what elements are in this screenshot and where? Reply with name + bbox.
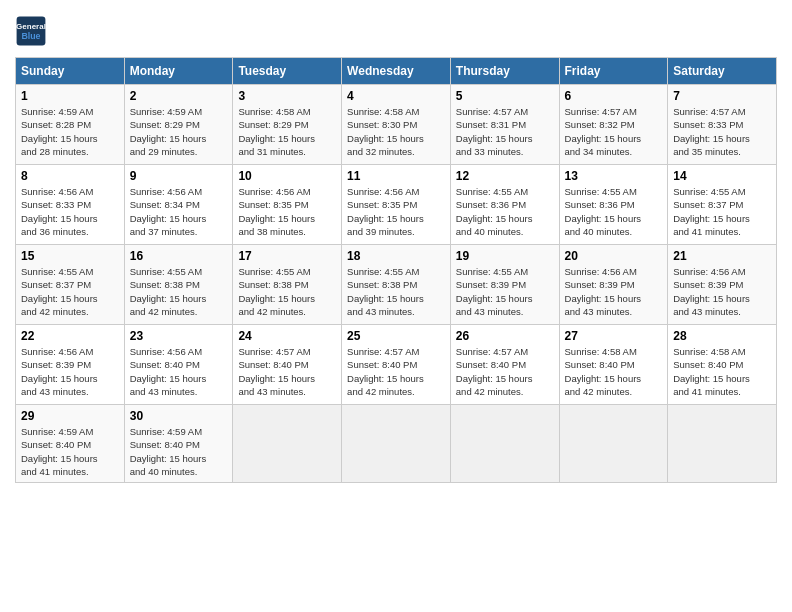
day-info: Sunrise: 4:59 AM Sunset: 8:40 PM Dayligh…: [21, 425, 119, 478]
day-info: Sunrise: 4:58 AM Sunset: 8:40 PM Dayligh…: [673, 345, 771, 398]
day-number: 11: [347, 169, 445, 183]
day-info: Sunrise: 4:55 AM Sunset: 8:36 PM Dayligh…: [565, 185, 663, 238]
day-number: 15: [21, 249, 119, 263]
day-cell: 23Sunrise: 4:56 AM Sunset: 8:40 PM Dayli…: [124, 325, 233, 405]
day-info: Sunrise: 4:56 AM Sunset: 8:39 PM Dayligh…: [565, 265, 663, 318]
day-info: Sunrise: 4:55 AM Sunset: 8:38 PM Dayligh…: [347, 265, 445, 318]
day-number: 25: [347, 329, 445, 343]
day-cell: [233, 405, 342, 483]
day-number: 3: [238, 89, 336, 103]
day-info: Sunrise: 4:58 AM Sunset: 8:30 PM Dayligh…: [347, 105, 445, 158]
week-row-2: 15Sunrise: 4:55 AM Sunset: 8:37 PM Dayli…: [16, 245, 777, 325]
logo-icon: General Blue: [15, 15, 47, 47]
day-cell: 14Sunrise: 4:55 AM Sunset: 8:37 PM Dayli…: [668, 165, 777, 245]
day-info: Sunrise: 4:58 AM Sunset: 8:40 PM Dayligh…: [565, 345, 663, 398]
day-number: 16: [130, 249, 228, 263]
day-number: 27: [565, 329, 663, 343]
svg-text:Blue: Blue: [21, 31, 40, 41]
day-cell: 25Sunrise: 4:57 AM Sunset: 8:40 PM Dayli…: [342, 325, 451, 405]
day-cell: 29Sunrise: 4:59 AM Sunset: 8:40 PM Dayli…: [16, 405, 125, 483]
day-info: Sunrise: 4:55 AM Sunset: 8:37 PM Dayligh…: [673, 185, 771, 238]
day-cell: 22Sunrise: 4:56 AM Sunset: 8:39 PM Dayli…: [16, 325, 125, 405]
day-number: 2: [130, 89, 228, 103]
day-number: 12: [456, 169, 554, 183]
day-cell: 5Sunrise: 4:57 AM Sunset: 8:31 PM Daylig…: [450, 85, 559, 165]
day-number: 9: [130, 169, 228, 183]
day-number: 23: [130, 329, 228, 343]
day-cell: 30Sunrise: 4:59 AM Sunset: 8:40 PM Dayli…: [124, 405, 233, 483]
day-number: 10: [238, 169, 336, 183]
day-number: 5: [456, 89, 554, 103]
day-number: 24: [238, 329, 336, 343]
day-number: 20: [565, 249, 663, 263]
day-info: Sunrise: 4:55 AM Sunset: 8:37 PM Dayligh…: [21, 265, 119, 318]
day-cell: 26Sunrise: 4:57 AM Sunset: 8:40 PM Dayli…: [450, 325, 559, 405]
day-number: 26: [456, 329, 554, 343]
week-row-0: 1Sunrise: 4:59 AM Sunset: 8:28 PM Daylig…: [16, 85, 777, 165]
day-info: Sunrise: 4:55 AM Sunset: 8:36 PM Dayligh…: [456, 185, 554, 238]
day-info: Sunrise: 4:55 AM Sunset: 8:38 PM Dayligh…: [130, 265, 228, 318]
day-cell: 4Sunrise: 4:58 AM Sunset: 8:30 PM Daylig…: [342, 85, 451, 165]
day-info: Sunrise: 4:59 AM Sunset: 8:28 PM Dayligh…: [21, 105, 119, 158]
day-info: Sunrise: 4:55 AM Sunset: 8:38 PM Dayligh…: [238, 265, 336, 318]
day-number: 14: [673, 169, 771, 183]
day-info: Sunrise: 4:56 AM Sunset: 8:40 PM Dayligh…: [130, 345, 228, 398]
day-cell: 17Sunrise: 4:55 AM Sunset: 8:38 PM Dayli…: [233, 245, 342, 325]
day-number: 22: [21, 329, 119, 343]
week-row-3: 22Sunrise: 4:56 AM Sunset: 8:39 PM Dayli…: [16, 325, 777, 405]
day-number: 8: [21, 169, 119, 183]
day-info: Sunrise: 4:57 AM Sunset: 8:40 PM Dayligh…: [347, 345, 445, 398]
day-number: 4: [347, 89, 445, 103]
day-cell: 11Sunrise: 4:56 AM Sunset: 8:35 PM Dayli…: [342, 165, 451, 245]
day-number: 21: [673, 249, 771, 263]
col-header-wednesday: Wednesday: [342, 58, 451, 85]
day-number: 17: [238, 249, 336, 263]
day-info: Sunrise: 4:57 AM Sunset: 8:40 PM Dayligh…: [238, 345, 336, 398]
day-info: Sunrise: 4:56 AM Sunset: 8:33 PM Dayligh…: [21, 185, 119, 238]
day-info: Sunrise: 4:57 AM Sunset: 8:31 PM Dayligh…: [456, 105, 554, 158]
day-info: Sunrise: 4:57 AM Sunset: 8:32 PM Dayligh…: [565, 105, 663, 158]
day-number: 7: [673, 89, 771, 103]
day-info: Sunrise: 4:56 AM Sunset: 8:39 PM Dayligh…: [21, 345, 119, 398]
col-header-tuesday: Tuesday: [233, 58, 342, 85]
day-number: 18: [347, 249, 445, 263]
week-row-4: 29Sunrise: 4:59 AM Sunset: 8:40 PM Dayli…: [16, 405, 777, 483]
day-number: 13: [565, 169, 663, 183]
day-info: Sunrise: 4:59 AM Sunset: 8:29 PM Dayligh…: [130, 105, 228, 158]
day-cell: 12Sunrise: 4:55 AM Sunset: 8:36 PM Dayli…: [450, 165, 559, 245]
logo: General Blue: [15, 15, 51, 47]
day-cell: 27Sunrise: 4:58 AM Sunset: 8:40 PM Dayli…: [559, 325, 668, 405]
day-info: Sunrise: 4:57 AM Sunset: 8:40 PM Dayligh…: [456, 345, 554, 398]
day-number: 19: [456, 249, 554, 263]
day-info: Sunrise: 4:56 AM Sunset: 8:34 PM Dayligh…: [130, 185, 228, 238]
day-cell: 7Sunrise: 4:57 AM Sunset: 8:33 PM Daylig…: [668, 85, 777, 165]
calendar-table: SundayMondayTuesdayWednesdayThursdayFrid…: [15, 57, 777, 483]
day-cell: 18Sunrise: 4:55 AM Sunset: 8:38 PM Dayli…: [342, 245, 451, 325]
week-row-1: 8Sunrise: 4:56 AM Sunset: 8:33 PM Daylig…: [16, 165, 777, 245]
day-cell: 10Sunrise: 4:56 AM Sunset: 8:35 PM Dayli…: [233, 165, 342, 245]
day-cell: 13Sunrise: 4:55 AM Sunset: 8:36 PM Dayli…: [559, 165, 668, 245]
day-cell: 28Sunrise: 4:58 AM Sunset: 8:40 PM Dayli…: [668, 325, 777, 405]
day-cell: 9Sunrise: 4:56 AM Sunset: 8:34 PM Daylig…: [124, 165, 233, 245]
svg-text:General: General: [16, 22, 46, 31]
day-cell: [559, 405, 668, 483]
day-info: Sunrise: 4:57 AM Sunset: 8:33 PM Dayligh…: [673, 105, 771, 158]
day-cell: 2Sunrise: 4:59 AM Sunset: 8:29 PM Daylig…: [124, 85, 233, 165]
day-cell: [450, 405, 559, 483]
day-info: Sunrise: 4:56 AM Sunset: 8:35 PM Dayligh…: [238, 185, 336, 238]
day-number: 28: [673, 329, 771, 343]
col-header-friday: Friday: [559, 58, 668, 85]
day-cell: 8Sunrise: 4:56 AM Sunset: 8:33 PM Daylig…: [16, 165, 125, 245]
day-cell: 15Sunrise: 4:55 AM Sunset: 8:37 PM Dayli…: [16, 245, 125, 325]
col-header-sunday: Sunday: [16, 58, 125, 85]
day-cell: 1Sunrise: 4:59 AM Sunset: 8:28 PM Daylig…: [16, 85, 125, 165]
day-number: 29: [21, 409, 119, 423]
day-cell: 16Sunrise: 4:55 AM Sunset: 8:38 PM Dayli…: [124, 245, 233, 325]
col-header-monday: Monday: [124, 58, 233, 85]
day-cell: [668, 405, 777, 483]
day-number: 6: [565, 89, 663, 103]
day-number: 1: [21, 89, 119, 103]
day-number: 30: [130, 409, 228, 423]
col-header-saturday: Saturday: [668, 58, 777, 85]
day-info: Sunrise: 4:55 AM Sunset: 8:39 PM Dayligh…: [456, 265, 554, 318]
